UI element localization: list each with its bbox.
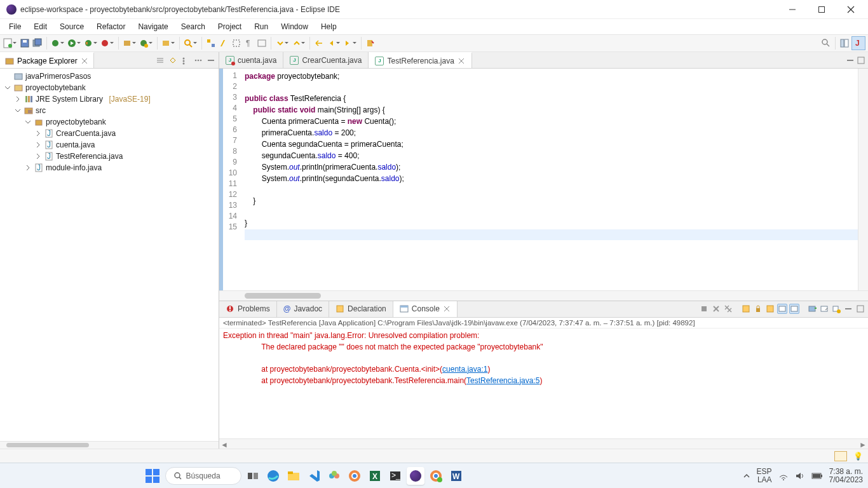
- vscode-icon[interactable]: [305, 467, 323, 485]
- package-explorer-tree[interactable]: javaPrimerosPasos proyectobytebank JRE S…: [0, 69, 219, 441]
- terminal-icon[interactable]: >_: [386, 467, 404, 485]
- editor-vscroll[interactable]: [858, 69, 868, 290]
- editor-tab-cuenta[interactable]: J cuenta.java: [219, 52, 283, 68]
- menu-navigate[interactable]: Navigate: [132, 20, 174, 33]
- search-button[interactable]: [183, 37, 198, 49]
- pin-console-button[interactable]: [807, 304, 817, 314]
- clear-console-button[interactable]: [741, 304, 751, 314]
- console-hscroll[interactable]: ◄►: [219, 438, 868, 449]
- open-perspective-button[interactable]: [839, 37, 850, 49]
- chevron-down-icon[interactable]: [14, 107, 22, 114]
- last-edit-button[interactable]: [313, 37, 325, 49]
- save-button[interactable]: [19, 37, 31, 49]
- word-wrap-button[interactable]: [765, 304, 775, 314]
- chrome-icon[interactable]: [346, 467, 363, 485]
- java-perspective-button[interactable]: J: [851, 36, 865, 50]
- stacktrace-link-cuenta[interactable]: cuenta.java:1: [442, 365, 487, 374]
- menu-search[interactable]: Search: [175, 20, 212, 33]
- link-editor-button[interactable]: [168, 55, 178, 65]
- new-button[interactable]: [3, 37, 18, 49]
- tree-src[interactable]: src: [0, 105, 219, 116]
- tree-closed-project[interactable]: javaPrimerosPasos: [0, 71, 219, 82]
- explorer-icon[interactable]: [285, 467, 302, 485]
- chevron-down-icon[interactable]: [4, 84, 11, 92]
- tree-pkg[interactable]: proyectobytebank: [0, 116, 219, 128]
- ext-tools-button[interactable]: [100, 37, 115, 49]
- menu-window[interactable]: Window: [275, 20, 315, 33]
- remove-all-button[interactable]: [723, 304, 733, 314]
- editor-maximize-button[interactable]: [857, 56, 865, 65]
- package-explorer-tab[interactable]: Package Explorer: [0, 52, 94, 68]
- javadoc-tab[interactable]: @ Javadoc: [277, 301, 329, 317]
- battery-icon[interactable]: [811, 472, 823, 480]
- menu-help[interactable]: Help: [315, 20, 343, 33]
- annot-prev-button[interactable]: [275, 37, 290, 49]
- chevron-right-icon[interactable]: [24, 164, 32, 172]
- bottom-maximize-button[interactable]: [855, 304, 865, 314]
- editor-tab-testreferencia[interactable]: J TestReferencia.java: [369, 52, 471, 68]
- line-gutter[interactable]: 123456789101112131415: [223, 69, 241, 290]
- heap-status-icon[interactable]: [834, 451, 847, 461]
- console-tab[interactable]: Console: [393, 301, 458, 317]
- mark-occurrences-button[interactable]: [218, 37, 229, 49]
- debug-button[interactable]: [50, 37, 65, 49]
- scroll-lock-button[interactable]: [753, 304, 763, 314]
- task-view-icon[interactable]: [244, 467, 262, 485]
- tip-icon[interactable]: 💡: [853, 452, 863, 461]
- copilot-icon[interactable]: [325, 467, 343, 485]
- tree-file-testreferencia[interactable]: J TestReferencia.java: [0, 151, 219, 162]
- word-icon[interactable]: W: [447, 467, 465, 485]
- show-on-stdout-button[interactable]: [777, 304, 787, 314]
- menu-source[interactable]: Source: [53, 20, 90, 33]
- new-pkg-button[interactable]: [122, 37, 137, 49]
- block-select-button[interactable]: [231, 37, 242, 49]
- quick-access-button[interactable]: [820, 37, 832, 49]
- open-console-button[interactable]: [831, 304, 841, 314]
- declaration-tab[interactable]: Declaration: [329, 301, 393, 317]
- menu-project[interactable]: Project: [212, 20, 248, 33]
- minimize-view-button[interactable]: [206, 55, 216, 65]
- chevron-down-icon[interactable]: [24, 118, 32, 126]
- remove-launch-button[interactable]: [711, 304, 721, 314]
- pin-button[interactable]: [365, 37, 376, 49]
- start-button[interactable]: [142, 467, 163, 485]
- chevron-right-icon[interactable]: [14, 95, 22, 103]
- chevron-right-icon[interactable]: [34, 141, 42, 149]
- chevron-right-icon[interactable]: [34, 152, 42, 160]
- explorer-hscroll[interactable]: [0, 441, 219, 449]
- new-class-button[interactable]: [139, 37, 154, 49]
- code-editor[interactable]: package proyectobytebank; public class T…: [241, 69, 858, 290]
- tree-file-cuenta[interactable]: J cuenta.java: [0, 139, 219, 151]
- console-output[interactable]: Exception in thread "main" java.lang.Err…: [219, 329, 868, 438]
- stacktrace-link-testreferencia[interactable]: TestReferencia.java:5: [466, 376, 539, 385]
- volume-icon[interactable]: [795, 471, 805, 481]
- toggle-breadcrumb-button[interactable]: [205, 37, 217, 49]
- maximize-button[interactable]: [807, 0, 836, 19]
- close-button[interactable]: [836, 0, 865, 19]
- wrap-button[interactable]: [256, 37, 268, 49]
- bottom-minimize-button[interactable]: [843, 304, 853, 314]
- problems-tab[interactable]: Problems: [219, 301, 277, 317]
- editor-tab-crearcuenta[interactable]: J CrearCuenta.java: [283, 52, 369, 68]
- save-all-button[interactable]: [32, 37, 43, 49]
- forward-button[interactable]: [342, 37, 358, 49]
- show-on-stderr-button[interactable]: [789, 304, 799, 314]
- tree-module-info[interactable]: J module-info.java: [0, 162, 219, 173]
- collapse-all-button[interactable]: [155, 55, 165, 65]
- editor-hscroll[interactable]: [219, 290, 868, 301]
- edge-icon[interactable]: [264, 467, 282, 485]
- view-menu-button[interactable]: [193, 55, 203, 65]
- menu-edit[interactable]: Edit: [27, 20, 53, 33]
- tree-open-project[interactable]: proyectobytebank: [0, 82, 219, 93]
- terminate-button[interactable]: [699, 304, 709, 314]
- minimize-button[interactable]: [778, 0, 807, 19]
- menu-refactor[interactable]: Refactor: [90, 20, 132, 33]
- coverage-button[interactable]: [83, 37, 98, 49]
- chevron-right-icon[interactable]: [34, 130, 42, 137]
- close-icon[interactable]: [81, 57, 88, 65]
- eclipse-taskbar-icon[interactable]: [407, 467, 424, 485]
- excel-icon[interactable]: X: [366, 467, 384, 485]
- annot-next-button[interactable]: [291, 37, 306, 49]
- wifi-icon[interactable]: [778, 471, 789, 481]
- tree-jre[interactable]: JRE System Library [JavaSE-19]: [0, 93, 219, 105]
